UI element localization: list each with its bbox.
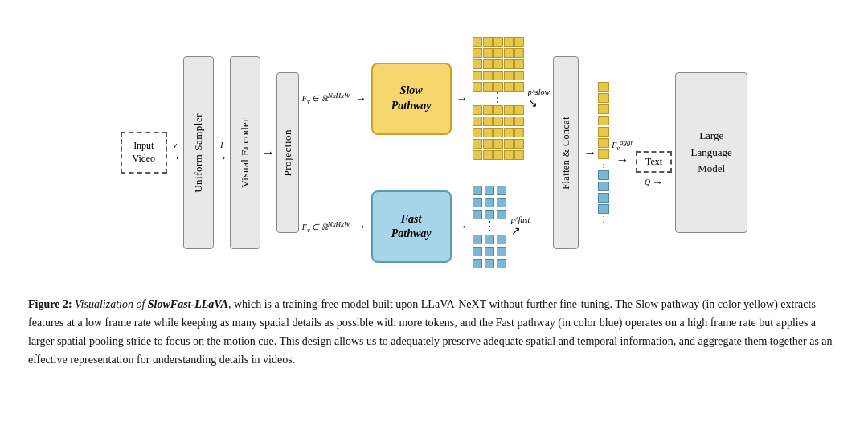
text-box: Text	[636, 151, 672, 173]
fast-token	[485, 259, 494, 268]
slow-token	[473, 48, 482, 58]
slow-token	[504, 71, 514, 80]
flatten-concat-box: Flatten & Concat	[553, 56, 579, 249]
fast-token	[497, 198, 506, 207]
fast-token	[473, 198, 482, 207]
fast-pathway-line2: Pathway	[391, 227, 432, 241]
fast-token	[485, 210, 494, 219]
v-label: v	[174, 141, 177, 149]
llm-box: Large Language Model	[675, 72, 747, 233]
slow-token	[493, 128, 503, 137]
visual-encoder-box: Visual Encoder	[230, 56, 260, 249]
q-label: Q	[645, 178, 650, 186]
slow-grid-dots: ⋮	[491, 93, 504, 104]
fast-grid-top	[473, 186, 506, 219]
slow-token	[473, 128, 482, 137]
aggr-slow-token	[598, 127, 609, 137]
slow-token	[514, 128, 524, 137]
fast-token	[485, 235, 494, 244]
slow-token	[483, 150, 493, 160]
flatten-concat-label: Flatten & Concat	[560, 117, 572, 190]
paggr-area: Fvaggr →	[612, 138, 633, 166]
slow-token	[473, 82, 482, 92]
aggr-fast-token	[598, 170, 609, 180]
fast-grid-dots: ⋮	[483, 222, 496, 232]
slow-token	[504, 150, 514, 160]
fast-token	[497, 259, 506, 268]
arrow-after-flatten: →	[583, 145, 596, 160]
slow-pathway-arrow: →	[457, 92, 468, 105]
slow-token	[483, 117, 493, 126]
diagram-container: Input Video v → Uniform Sampler I → Visu…	[24, 16, 844, 285]
llm-line2: Language	[691, 145, 732, 162]
slow-token	[514, 48, 524, 58]
slow-token	[514, 82, 524, 92]
aggr-fast-token	[598, 182, 609, 191]
slow-token	[493, 37, 503, 47]
pslow-label: p^slow	[528, 88, 551, 96]
slow-token	[504, 128, 514, 137]
slow-token	[483, 105, 493, 115]
slow-token	[473, 59, 482, 69]
pslow-area: p^slow ↘	[528, 88, 551, 110]
slow-token	[493, 150, 503, 160]
figure-caption: Figure 2: Visualization of SlowFast-LLaV…	[24, 295, 844, 369]
arrow-right-3: →	[262, 145, 275, 160]
arrow-right-2: →	[215, 150, 228, 165]
slow-token	[473, 139, 482, 149]
pfast-arrow: ↗	[511, 224, 521, 238]
fast-grid-bottom	[473, 235, 506, 268]
slow-grid-col: ⋮	[473, 37, 523, 160]
aggr-slow-token	[598, 138, 609, 148]
slow-token	[483, 71, 493, 80]
fast-grid-col: ⋮	[473, 186, 506, 268]
slow-token	[493, 117, 503, 126]
fast-token	[485, 186, 494, 195]
aggr-slow-token	[598, 82, 609, 92]
visual-encoder-label: Visual Encoder	[239, 118, 252, 188]
paggr-arrow: →	[616, 153, 629, 167]
llm-line3: Model	[698, 161, 725, 178]
fast-token	[497, 186, 506, 195]
aggr-token-col: ⋮ ⋮	[598, 82, 609, 223]
fast-token	[473, 259, 482, 268]
slow-token	[514, 59, 524, 69]
figure-num: Figure 2:	[28, 298, 72, 310]
fast-pathway-arrow: →	[457, 220, 468, 233]
slow-pathway-line1: Slow	[400, 84, 423, 98]
I-label: I	[220, 141, 223, 149]
paggr-label: Fvaggr	[612, 138, 633, 152]
fast-row: Fv ∈ ℝNxHxW → Fast Pathway → ⋮	[302, 186, 530, 268]
slow-token	[514, 37, 524, 47]
branch-section: Fv ∈ ℝNxHxW → Slow Pathway →	[302, 24, 550, 281]
aggr-fast-token	[598, 204, 609, 214]
arrow-I: I →	[215, 141, 228, 165]
slow-grid-top	[473, 37, 523, 92]
llm-line1: Large	[699, 128, 723, 145]
fast-pathway-box: Fast Pathway	[371, 190, 452, 263]
pfast-area: p^fast ↗	[511, 215, 530, 238]
input-video-box: Input Video	[121, 132, 167, 174]
fast-token	[497, 247, 506, 256]
fast-token	[473, 186, 482, 195]
aggr-slow-token	[598, 93, 609, 103]
fast-token	[485, 198, 494, 207]
slow-token	[493, 48, 503, 58]
fast-token	[485, 247, 494, 256]
arrow-right-1: →	[169, 150, 182, 165]
aggr-fast-token	[598, 193, 609, 203]
slow-token	[473, 71, 482, 80]
arrow-v: v →	[169, 141, 182, 165]
aggr-dots: ⋮	[600, 161, 608, 169]
slow-token	[514, 71, 524, 80]
slow-token	[504, 117, 514, 126]
fast-arrow: →	[355, 220, 366, 233]
caption-text1: Visualization of	[72, 298, 148, 310]
pfast-label: p^fast	[511, 215, 530, 224]
fast-token	[473, 235, 482, 244]
slow-token	[473, 37, 482, 47]
aggr-slow-token	[598, 149, 609, 159]
slow-arrow: →	[355, 92, 366, 105]
q-arrow: →	[652, 176, 663, 189]
slow-token	[504, 139, 514, 149]
